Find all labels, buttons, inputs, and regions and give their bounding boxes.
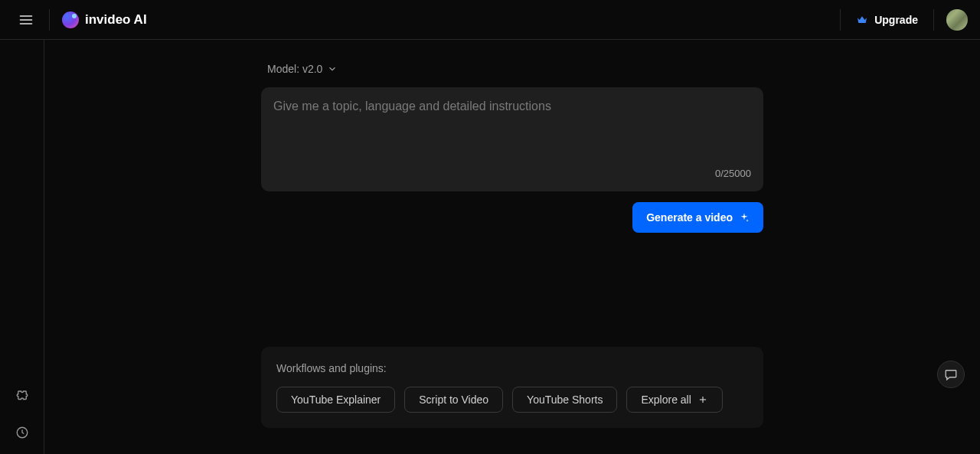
workflows-panel: Workflows and plugins: YouTube Explainer…	[261, 347, 763, 428]
model-selector[interactable]: Model: v2.0	[261, 63, 763, 75]
chip-label: Script to Video	[419, 394, 488, 406]
chip-label: YouTube Shorts	[527, 394, 603, 406]
brand-name: invideo AI	[85, 12, 147, 28]
sidebar	[0, 40, 44, 454]
center-column: Model: v2.0 0/25000 Generate a video	[261, 63, 763, 233]
body: Model: v2.0 0/25000 Generate a video	[0, 40, 980, 454]
main-content: Model: v2.0 0/25000 Generate a video	[44, 40, 980, 454]
char-count: 0/25000	[273, 168, 751, 179]
plus-icon	[697, 394, 708, 405]
chip-label: Explore all	[641, 394, 691, 406]
workflow-explore-all[interactable]: Explore all	[626, 387, 722, 413]
chevron-down-icon	[327, 64, 338, 74]
generate-row: Generate a video	[261, 202, 763, 233]
upgrade-button[interactable]: Upgrade	[841, 14, 933, 26]
brand-icon	[62, 11, 79, 28]
workflow-script-to-video[interactable]: Script to Video	[404, 387, 503, 413]
crown-icon	[856, 14, 868, 26]
brand-logo[interactable]: invideo AI	[62, 11, 147, 28]
clock-icon	[15, 426, 29, 439]
hamburger-icon	[18, 12, 34, 28]
upgrade-label: Upgrade	[874, 14, 918, 26]
avatar[interactable]	[946, 9, 968, 31]
history-nav[interactable]	[13, 423, 31, 442]
plugins-nav[interactable]	[13, 387, 31, 405]
workflow-youtube-explainer[interactable]: YouTube Explainer	[276, 387, 395, 413]
generate-label: Generate a video	[646, 211, 733, 224]
workflow-youtube-shorts[interactable]: YouTube Shorts	[512, 387, 617, 413]
prompt-input[interactable]	[273, 100, 751, 168]
prompt-box: 0/25000	[261, 87, 763, 191]
chip-label: YouTube Explainer	[291, 394, 381, 406]
workflows-title: Workflows and plugins:	[276, 362, 748, 374]
generate-button[interactable]: Generate a video	[632, 202, 763, 233]
chat-button[interactable]	[937, 361, 965, 388]
chat-icon	[944, 367, 958, 381]
sparkle-icon	[739, 212, 750, 223]
topbar: invideo AI Upgrade	[0, 0, 980, 40]
model-label: Model: v2.0	[267, 63, 322, 75]
puzzle-icon	[15, 389, 29, 403]
topbar-right: Upgrade	[840, 9, 968, 31]
divider	[933, 9, 934, 31]
divider	[49, 9, 50, 31]
menu-button[interactable]	[12, 6, 40, 34]
topbar-left: invideo AI	[12, 6, 147, 34]
workflow-chips: YouTube Explainer Script to Video YouTub…	[276, 387, 748, 413]
